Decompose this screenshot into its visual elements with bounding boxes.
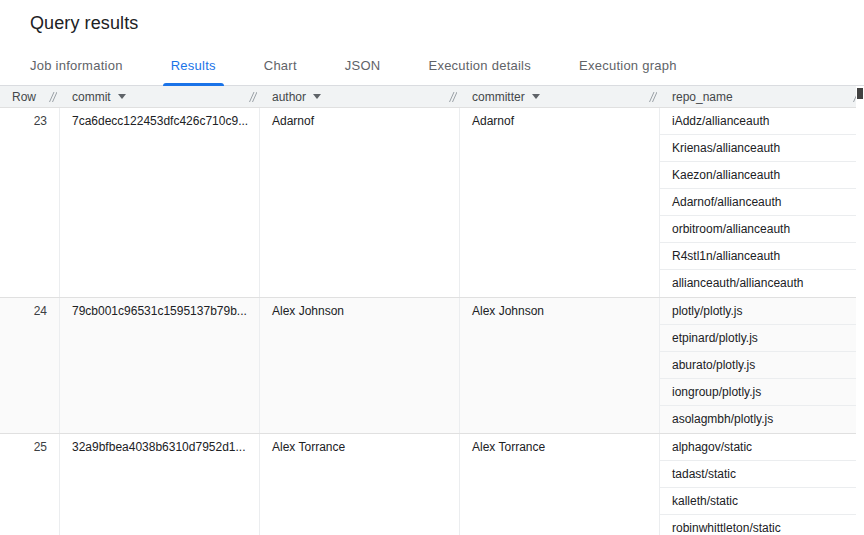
repo-name-text: etpinard/plotly.js (672, 331, 758, 345)
column-header-committer[interactable]: committer (460, 86, 660, 107)
panel-title-bar: Query results (0, 0, 864, 46)
repo-name-item[interactable]: etpinard/plotly.js (660, 325, 864, 352)
commit-cell[interactable]: 79cb001c96531c1595137b79b... (60, 298, 260, 433)
row-number-cell: 23 (0, 108, 60, 297)
sort-arrow-icon[interactable] (313, 94, 321, 99)
repo-name-item[interactable]: aburato/plotly.js (660, 352, 864, 379)
tab-json[interactable]: JSON (321, 46, 405, 85)
repo-name-text: tadast/static (672, 467, 736, 481)
tab-label: Execution graph (579, 58, 677, 73)
tab-label: Job information (30, 58, 123, 73)
column-label: commit (72, 90, 111, 104)
author-cell[interactable]: Adarnof (260, 108, 460, 297)
repo-name-cell: alphagov/static tadast/static kalleth/st… (660, 434, 864, 535)
author-cell[interactable]: Alex Johnson (260, 298, 460, 433)
repo-name-text: Kaezon/allianceauth (672, 168, 780, 182)
repo-name-text: Krienas/allianceauth (672, 141, 780, 155)
repo-name-item[interactable]: R4stl1n/allianceauth (660, 243, 864, 270)
repo-name-item[interactable]: Krienas/allianceauth (660, 135, 864, 162)
column-header-commit[interactable]: commit (60, 86, 260, 107)
repo-name-item[interactable]: iAddz/allianceauth (660, 108, 864, 135)
table-row[interactable]: 25 32a9bfbea4038b6310d7952d1... Alex Tor… (0, 434, 864, 535)
repo-name-item[interactable]: alphagov/static (660, 434, 864, 461)
table-body: 23 7ca6decc122453dfc426c710c9... Adarnof… (0, 108, 864, 535)
column-resize-handle[interactable] (449, 91, 457, 103)
commit-cell[interactable]: 32a9bfbea4038b6310d7952d1... (60, 434, 260, 535)
repo-name-text: allianceauth/allianceauth (672, 276, 803, 290)
commit-cell[interactable]: 7ca6decc122453dfc426c710c9... (60, 108, 260, 297)
column-header-row[interactable]: Row (0, 86, 60, 107)
repo-name-text: kalleth/static (672, 494, 738, 508)
column-label: author (272, 90, 306, 104)
page-title: Query results (30, 13, 138, 34)
sort-arrow-icon[interactable] (532, 94, 540, 99)
tab-label: JSON (345, 58, 381, 73)
column-label: repo_name (672, 90, 733, 104)
repo-name-text: asolagmbh/plotly.js (672, 412, 773, 426)
row-number-cell: 24 (0, 298, 60, 433)
repo-name-item[interactable]: Kaezon/allianceauth (660, 162, 864, 189)
column-resize-handle[interactable] (49, 91, 57, 103)
repo-name-text: R4stl1n/allianceauth (672, 249, 780, 263)
column-resize-handle[interactable] (249, 91, 257, 103)
tab-job-information[interactable]: Job information (6, 46, 147, 85)
table-row[interactable]: 23 7ca6decc122453dfc426c710c9... Adarnof… (0, 108, 864, 298)
repo-name-text: plotly/plotly.js (672, 304, 742, 318)
scrollbar-thumb[interactable] (857, 88, 863, 99)
tab-label: Results (171, 58, 216, 73)
results-tabbar: Job information Results Chart JSON Execu… (0, 46, 864, 86)
repo-name-item[interactable]: iongroup/plotly.js (660, 379, 864, 406)
repo-name-cell: plotly/plotly.js etpinard/plotly.js abur… (660, 298, 864, 433)
repo-name-text: iAddz/allianceauth (672, 114, 769, 128)
column-label: committer (472, 90, 525, 104)
column-label: Row (12, 90, 36, 104)
tab-chart[interactable]: Chart (240, 46, 321, 85)
repo-name-text: alphagov/static (672, 440, 752, 454)
repo-name-cell: iAddz/allianceauth Krienas/allianceauth … (660, 108, 864, 297)
repo-name-text: iongroup/plotly.js (672, 385, 761, 399)
vertical-scrollbar[interactable] (856, 86, 864, 535)
tab-execution-details[interactable]: Execution details (404, 46, 555, 85)
repo-name-item[interactable]: plotly/plotly.js (660, 298, 864, 325)
repo-name-item[interactable]: asolagmbh/plotly.js (660, 406, 864, 433)
repo-name-text: aburato/plotly.js (672, 358, 755, 372)
repo-name-item[interactable]: kalleth/static (660, 488, 864, 515)
committer-cell[interactable]: Adarnof (460, 108, 660, 297)
repo-name-item[interactable]: robinwhittleton/static (660, 515, 864, 535)
repo-name-text: orbitroom/allianceauth (672, 222, 790, 236)
column-header-repo-name[interactable]: repo_name (660, 86, 864, 107)
table-header-row: Row commit author committer repo_name (0, 86, 864, 108)
row-number-cell: 25 (0, 434, 60, 535)
repo-name-text: Adarnof/allianceauth (672, 195, 781, 209)
committer-cell[interactable]: Alex Torrance (460, 434, 660, 535)
author-cell[interactable]: Alex Torrance (260, 434, 460, 535)
table-row[interactable]: 24 79cb001c96531c1595137b79b... Alex Joh… (0, 298, 864, 434)
tab-results[interactable]: Results (147, 46, 240, 85)
repo-name-item[interactable]: tadast/static (660, 461, 864, 488)
committer-cell[interactable]: Alex Johnson (460, 298, 660, 433)
tab-label: Execution details (428, 58, 531, 73)
column-resize-handle[interactable] (649, 91, 657, 103)
sort-arrow-icon[interactable] (118, 94, 126, 99)
repo-name-item[interactable]: orbitroom/allianceauth (660, 216, 864, 243)
repo-name-text: robinwhittleton/static (672, 521, 781, 535)
column-header-author[interactable]: author (260, 86, 460, 107)
tab-execution-graph[interactable]: Execution graph (555, 46, 701, 85)
repo-name-item[interactable]: allianceauth/allianceauth (660, 270, 864, 297)
repo-name-item[interactable]: Adarnof/allianceauth (660, 189, 864, 216)
results-table: Row commit author committer repo_name (0, 86, 864, 535)
tab-label: Chart (264, 58, 297, 73)
